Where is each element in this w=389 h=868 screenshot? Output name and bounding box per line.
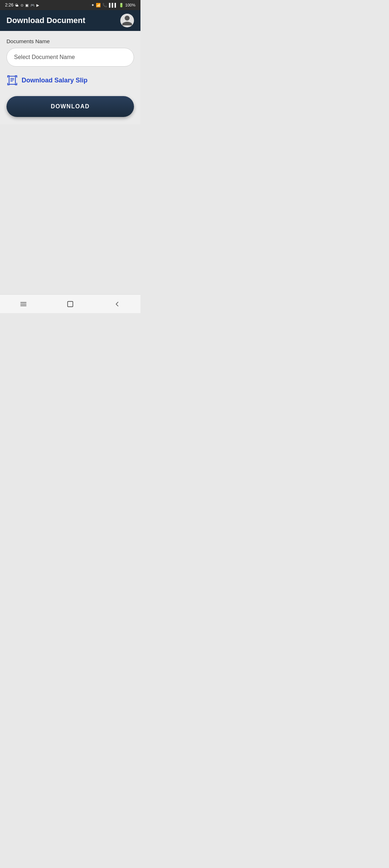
- youtube-icon: ▶: [36, 3, 39, 7]
- document-name-select[interactable]: Select Document Name: [6, 48, 134, 67]
- status-indicators: ✦ 📶 📞 ▌▌▌ 🔋 100%: [91, 3, 135, 8]
- select-placeholder: Select Document Name: [14, 54, 75, 60]
- page-title: Download Document: [6, 16, 85, 25]
- status-bar: 2:26 🌥 ⊙ ▣ 🎮 ▶ ✦ 📶 📞 ▌▌▌ 🔋 100%: [0, 0, 140, 10]
- menu-nav-button[interactable]: [16, 297, 31, 311]
- wifi-icon: 📶: [96, 3, 101, 8]
- status-time: 2:26 🌥 ⊙ ▣ 🎮 ▶: [5, 3, 39, 8]
- app-icon-1: ▣: [25, 3, 28, 7]
- main-content: Documents Name Select Document Name Down…: [0, 31, 140, 124]
- documents-name-label: Documents Name: [6, 38, 134, 44]
- download-button[interactable]: DOWNLOAD: [6, 96, 134, 117]
- back-nav-button[interactable]: [110, 297, 124, 311]
- bluetooth-icon: ✦: [91, 3, 94, 8]
- home-nav-button[interactable]: [63, 297, 77, 311]
- clock: 2:26: [5, 3, 13, 8]
- app-bar: Download Document: [0, 10, 140, 31]
- salary-slip-label: Download Salary Slip: [22, 77, 88, 84]
- call-icon: 📞: [102, 3, 107, 8]
- salary-slip-link[interactable]: Download Salary Slip: [6, 74, 134, 86]
- app-icon-2: 🎮: [30, 3, 35, 7]
- svg-rect-0: [9, 76, 15, 85]
- document-scan-icon: [6, 74, 18, 86]
- weather-icon: 🌥: [15, 3, 19, 7]
- battery-icon: 🔋: [119, 3, 124, 8]
- download-button-label: DOWNLOAD: [51, 103, 90, 110]
- nav-bar: [0, 294, 140, 313]
- battery-percent: 100%: [125, 3, 135, 7]
- svg-rect-7: [68, 301, 73, 307]
- avatar[interactable]: [120, 14, 134, 27]
- notification-icon: ⊙: [21, 3, 23, 7]
- signal-icon: ▌▌▌: [109, 3, 117, 7]
